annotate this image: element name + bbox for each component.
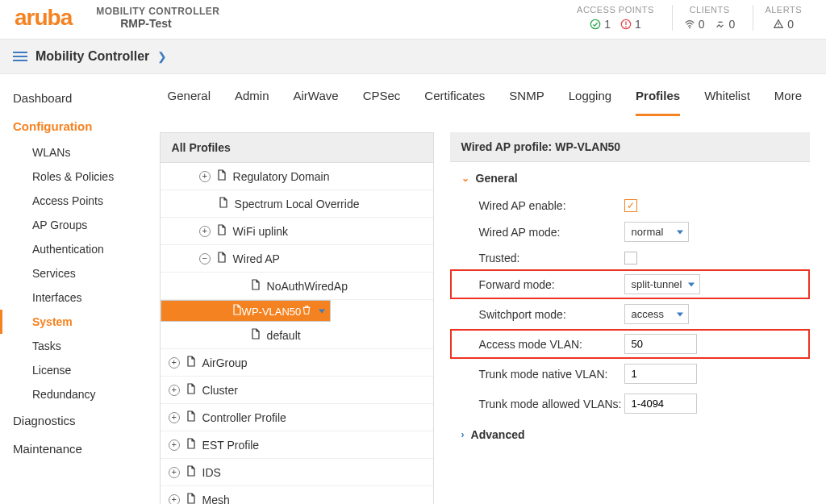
expand-icon[interactable]: + (169, 467, 180, 478)
sidebar-item-ap-groups[interactable]: AP Groups (0, 213, 152, 237)
tree-item-spectrum-local-override[interactable]: Spectrum Local Override (161, 190, 433, 218)
tree-item-noauthwiredap[interactable]: NoAuthWiredAp (161, 273, 433, 300)
document-icon (186, 465, 196, 479)
tree-item-controller-profile[interactable]: +Controller Profile (161, 404, 433, 431)
tree-item-regulatory-domain[interactable]: +Regulatory Domain (161, 163, 433, 190)
document-icon (186, 410, 196, 424)
controller-name: RMP-Test (120, 17, 219, 30)
tree-item-label: Controller Profile (202, 411, 286, 424)
status-down-icon (620, 19, 632, 30)
tree-item-label: default (267, 329, 301, 342)
collapse-icon[interactable]: − (199, 253, 211, 264)
tree-item-label: WiFi uplink (233, 225, 288, 238)
expand-icon[interactable]: + (169, 494, 180, 505)
tab-certificates[interactable]: Certificates (424, 89, 485, 116)
sidebar: DashboardConfigurationWLANsRoles & Polic… (0, 74, 152, 504)
tab-snmp[interactable]: SNMP (509, 89, 544, 116)
tree-item-wired-ap[interactable]: −Wired AP (161, 245, 433, 273)
tab-whitelist[interactable]: Whitelist (704, 89, 750, 116)
tab-profiles[interactable]: Profiles (636, 89, 680, 116)
field-allowed-vlans: Trunk mode allowed VLANs: (450, 389, 810, 419)
chevron-down-icon: ⌄ (461, 173, 469, 184)
tree-item-label: Mesh (202, 494, 230, 505)
document-icon (186, 356, 196, 369)
tab-admin[interactable]: Admin (235, 89, 269, 116)
tree-item-label: Spectrum Local Override (235, 198, 360, 210)
tree-item-est-profile[interactable]: +EST Profile (161, 431, 433, 459)
trash-icon[interactable] (301, 306, 312, 318)
sidebar-item-license[interactable]: License (0, 358, 152, 382)
header-stats: ACCESS POINTS 1 1 CLIENTS 0 0 ALERTS 0 (565, 5, 813, 31)
tree-item-ids[interactable]: +IDS (161, 459, 433, 486)
form-panel: Wired AP profile: WP-VLAN50 ⌄ General Wi… (450, 132, 810, 504)
stat-access-points[interactable]: ACCESS POINTS 1 1 (565, 5, 665, 31)
tree-item-label: NoAuthWiredAp (267, 280, 348, 293)
select-switchport[interactable]: access (624, 304, 689, 324)
tree-item-wifi-uplink[interactable]: +WiFi uplink (161, 218, 433, 245)
input-allowed-vlans[interactable] (624, 394, 697, 414)
tab-logging[interactable]: Logging (569, 89, 611, 116)
select-forward-mode[interactable]: split-tunnel (624, 274, 701, 294)
stat-alerts[interactable]: ALERTS 0 (753, 5, 813, 31)
tree-item-airgroup[interactable]: +AirGroup (161, 349, 433, 377)
tab-airwave[interactable]: AirWave (294, 89, 339, 116)
sidebar-item-authentication[interactable]: Authentication (0, 237, 152, 261)
sidebar-item-wlans[interactable]: WLANs (0, 140, 152, 165)
sidebar-item-roles-policies[interactable]: Roles & Policies (0, 165, 152, 189)
menu-icon[interactable] (13, 52, 27, 61)
expand-icon[interactable]: + (169, 412, 180, 423)
sidebar-item-redundancy[interactable]: Redundancy (0, 382, 152, 406)
wifi-icon (684, 19, 695, 30)
section-advanced[interactable]: › Advanced (450, 419, 810, 451)
document-icon (186, 493, 196, 504)
sidebar-item-system[interactable]: System (0, 310, 152, 334)
tree-item-default[interactable]: default (161, 322, 433, 349)
tree-item-mesh[interactable]: +Mesh (161, 486, 433, 504)
tree-item-cluster[interactable]: +Cluster (161, 377, 433, 404)
field-wired-ap-mode: Wired AP mode: normal (450, 217, 810, 247)
chevron-right-icon: › (461, 429, 465, 440)
tree-item-wp-vlan50[interactable]: WP-VLAN50 (161, 300, 332, 322)
expand-icon[interactable]: + (199, 171, 211, 182)
sidebar-item-dashboard[interactable]: Dashboard (0, 84, 152, 112)
wired-icon (715, 19, 726, 30)
expand-icon[interactable]: + (169, 357, 180, 369)
expand-icon[interactable]: + (199, 226, 211, 237)
svg-point-2 (625, 26, 627, 27)
tab-cpsec[interactable]: CPSec (363, 89, 401, 116)
field-forward-mode: Forward mode: split-tunnel (450, 269, 810, 299)
expand-icon[interactable]: + (169, 385, 180, 396)
tab-more[interactable]: More (774, 89, 802, 116)
tree-item-label: Wired AP (233, 252, 280, 265)
checkbox-trusted[interactable] (624, 252, 637, 264)
profiles-panel: All Profiles +Regulatory DomainSpectrum … (160, 132, 434, 504)
section-general[interactable]: ⌄ General (450, 162, 810, 194)
input-access-vlan[interactable] (624, 334, 697, 354)
expand-icon[interactable]: + (169, 439, 180, 451)
sidebar-item-maintenance[interactable]: Maintenance (0, 435, 152, 463)
sidebar-item-tasks[interactable]: Tasks (0, 334, 152, 358)
document-icon (232, 306, 242, 318)
select-mode[interactable]: normal (624, 222, 689, 242)
stat-clients[interactable]: CLIENTS 0 0 (672, 5, 747, 31)
sidebar-item-access-points[interactable]: Access Points (0, 189, 152, 213)
sidebar-item-services[interactable]: Services (0, 261, 152, 285)
sidebar-item-configuration[interactable]: Configuration (0, 112, 152, 140)
breadcrumb-bar: Mobility Controller ❯ (0, 39, 826, 74)
form-header: Wired AP profile: WP-VLAN50 (450, 132, 810, 162)
document-icon (217, 224, 227, 238)
tab-general[interactable]: General (168, 89, 211, 116)
header-title: MOBILITY CONTROLLER RMP-Test (96, 6, 219, 30)
checkbox-enable[interactable]: ✓ (624, 199, 637, 212)
field-wired-ap-enable: Wired AP enable: ✓ (450, 194, 810, 217)
document-icon (219, 197, 228, 210)
sidebar-item-diagnostics[interactable]: Diagnostics (0, 406, 152, 435)
sidebar-item-interfaces[interactable]: Interfaces (0, 285, 152, 310)
document-icon (217, 169, 227, 183)
input-native-vlan[interactable] (624, 364, 697, 384)
tree-item-label: Regulatory Domain (233, 170, 330, 183)
aruba-logo: aruba (15, 5, 72, 31)
breadcrumb[interactable]: Mobility Controller (35, 49, 149, 64)
document-icon (251, 279, 261, 293)
tree-item-label: AirGroup (202, 356, 248, 369)
